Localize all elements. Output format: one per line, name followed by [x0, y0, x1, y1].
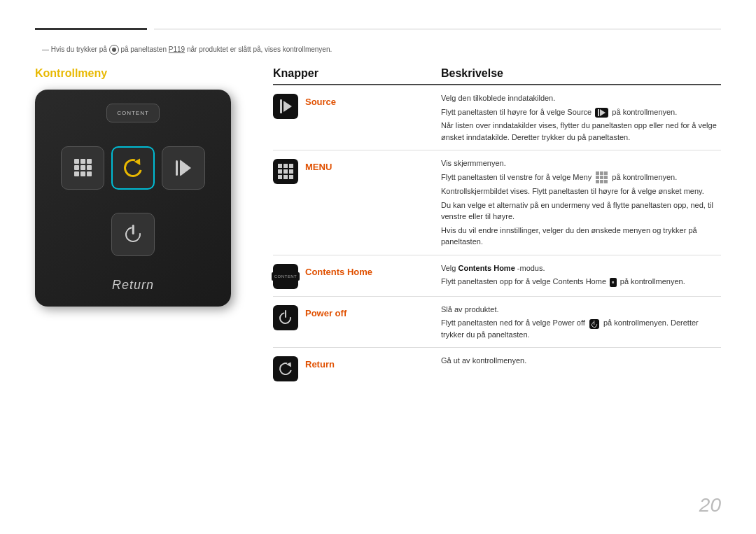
power-button	[111, 213, 155, 256]
power-inline-icon	[589, 319, 599, 329]
source-btn-icon	[273, 94, 298, 119]
page-container: Hvis du trykker på på paneltasten P119 n…	[0, 0, 756, 534]
source-table-icon	[280, 99, 292, 113]
row-button-col-menu: MENU	[273, 157, 441, 184]
power-btn-icon	[273, 305, 298, 330]
menu-grid-icon	[74, 159, 92, 176]
return-button-active	[111, 146, 155, 190]
col-description-header: Beskrivelse	[441, 67, 721, 80]
menu-label: MENU	[305, 159, 332, 172]
row-button-col-return: Return	[273, 355, 441, 381]
main-content: Kontrollmeny CONTENT	[35, 67, 721, 388]
section-title: Kontrollmeny	[35, 67, 252, 80]
page-number: 20	[699, 494, 721, 517]
joystick-icon	[109, 45, 119, 55]
power-icon	[123, 225, 143, 244]
device-label: Return	[112, 278, 154, 293]
contents-home-label: Contents Home	[305, 264, 372, 277]
middle-buttons	[61, 146, 205, 190]
table-row-menu: MENU Vis skjermmenyen. Flytt paneltasten…	[273, 150, 721, 255]
row-button-col-contents: CONTENT Contents Home	[273, 262, 441, 289]
left-panel: Kontrollmeny CONTENT	[35, 67, 252, 388]
rule-long	[154, 29, 721, 29]
refresh-icon	[122, 157, 144, 178]
menu-inline-icon	[596, 171, 608, 183]
top-rules	[35, 28, 721, 30]
contents-btn-icon: CONTENT	[273, 264, 298, 289]
table-row-power-off: Power off Slå av produktet. Flytt panelt…	[273, 297, 721, 349]
table-row-source: Source Velg den tilkoblede inndatakilden…	[273, 85, 721, 150]
return-description: Gå ut av kontrollmenyen.	[441, 355, 721, 367]
menu-btn-icon	[273, 159, 298, 184]
device-top-area: CONTENT	[49, 104, 217, 122]
source-icon	[176, 160, 191, 176]
menu-button	[61, 146, 104, 190]
power-off-description: Slå av produktet. Flytt paneltasten ned …	[441, 304, 721, 341]
content-button: CONTENT	[106, 104, 160, 122]
contents-inline-icon: ■	[610, 278, 617, 287]
source-button	[162, 146, 205, 190]
device-illustration: CONTENT	[35, 90, 231, 307]
row-button-col-source: Source	[273, 92, 441, 119]
table-header: Knapper Beskrivelse	[273, 67, 721, 85]
table-row-return: Return Gå ut av kontrollmenyen.	[273, 348, 721, 388]
source-inline-icon	[595, 108, 608, 118]
power-off-label: Power off	[305, 305, 346, 318]
power-table-icon	[278, 310, 293, 325]
menu-table-icon	[278, 164, 293, 179]
table-body: Source Velg den tilkoblede inndatakilden…	[273, 85, 721, 388]
col-buttons-header: Knapper	[273, 67, 441, 80]
content-tag-icon: CONTENT	[272, 272, 300, 281]
rule-short	[35, 28, 147, 30]
row-button-col-power: Power off	[273, 304, 441, 330]
right-panel: Knapper Beskrivelse Source	[273, 67, 721, 388]
top-note: Hvis du trykker på på paneltasten P119 n…	[35, 44, 721, 55]
source-label: Source	[305, 94, 336, 107]
return-table-icon	[278, 361, 293, 377]
return-label: Return	[305, 356, 335, 370]
return-btn-icon	[273, 356, 298, 381]
source-description: Velg den tilkoblede inndatakilden. Flytt…	[441, 92, 721, 143]
table-row-contents-home: CONTENT Contents Home Velg Contents Home…	[273, 255, 721, 297]
menu-description: Vis skjermmenyen. Flytt paneltasten til …	[441, 157, 721, 248]
contents-home-description: Velg Contents Home -modus. Flytt panelta…	[441, 262, 721, 288]
